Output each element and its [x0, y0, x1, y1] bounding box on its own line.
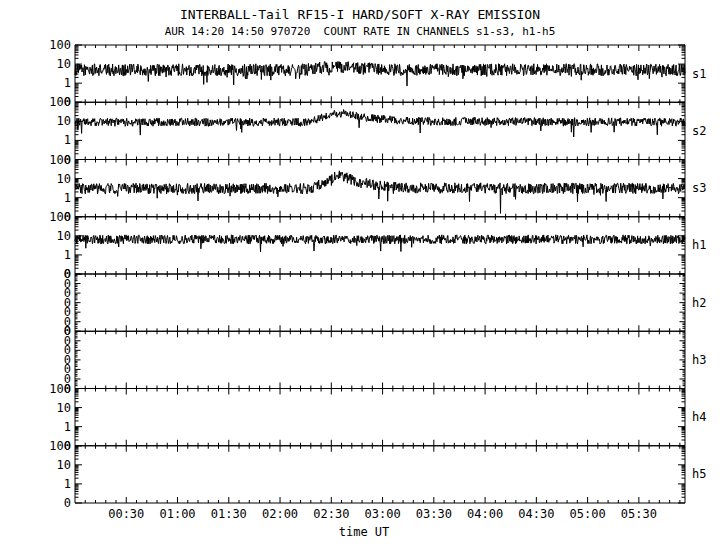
- y-tick-label: 100: [49, 382, 71, 396]
- plot-canvas: 1001010s11001010s21001010s31001010h10000…: [0, 0, 720, 550]
- y-tick-label: 100: [49, 210, 71, 224]
- x-tick-label: 02:00: [262, 507, 298, 521]
- channel-label-h4: h4: [692, 410, 706, 424]
- panel-border: [75, 102, 685, 159]
- y-tick-label: 100: [49, 95, 71, 109]
- chart-figure: INTERBALL-Tail RF15-I HARD/SOFT X-RAY EM…: [0, 0, 720, 550]
- y-tick-label: 1: [64, 248, 71, 262]
- panel-border: [75, 331, 685, 388]
- x-tick-label: 04:30: [518, 507, 554, 521]
- y-tick-label: 100: [49, 38, 71, 52]
- x-tick-label: 03:00: [365, 507, 401, 521]
- x-tick-label: 01:30: [211, 507, 247, 521]
- panel-border: [75, 274, 685, 331]
- data-trace-s2: [75, 110, 685, 138]
- x-axis-label: time UT: [339, 525, 390, 539]
- channel-label-s3: s3: [692, 181, 706, 195]
- panel-s2: 1001010s2: [49, 95, 706, 166]
- y-tick-label: 10: [57, 229, 71, 243]
- panel-h4: 1001010h4: [49, 382, 706, 453]
- y-tick-label: 10: [57, 401, 71, 415]
- channel-label-h1: h1: [692, 238, 706, 252]
- y-tick-label: 100: [49, 153, 71, 167]
- channel-label-s1: s1: [692, 67, 706, 81]
- x-tick-label: 05:00: [570, 507, 606, 521]
- x-tick-label: 02:30: [313, 507, 349, 521]
- y-tick-label: 10: [57, 172, 71, 186]
- panel-border: [75, 446, 685, 503]
- x-tick-label: 05:30: [621, 507, 657, 521]
- y-tick-label: 1: [64, 133, 71, 147]
- x-tick-label: 03:30: [416, 507, 452, 521]
- y-tick-label: 100: [49, 439, 71, 453]
- panel-h3: 0000000h3: [64, 324, 707, 395]
- x-axis-labels: 00:3001:0001:3002:0002:3003:0003:3004:00…: [108, 507, 657, 539]
- y-tick-label: 1: [64, 191, 71, 205]
- panel-border: [75, 389, 685, 446]
- data-trace-h1: [75, 235, 685, 252]
- panel-s1: 1001010s1: [49, 38, 706, 109]
- data-trace-s1: [75, 61, 685, 86]
- panel-s3: 1001010s3: [49, 153, 706, 224]
- y-tick-label: 0: [64, 496, 71, 510]
- y-tick-label: 1: [64, 76, 71, 90]
- x-tick-label: 04:00: [467, 507, 503, 521]
- channel-label-h2: h2: [692, 296, 706, 310]
- x-tick-label: 01:00: [159, 507, 195, 521]
- panel-h5: 1001010h5: [49, 439, 706, 510]
- channel-label-s2: s2: [692, 124, 706, 138]
- y-tick-label: 10: [57, 57, 71, 71]
- channel-label-h3: h3: [692, 353, 706, 367]
- y-tick-label: 1: [64, 420, 71, 434]
- channel-label-h5: h5: [692, 467, 706, 481]
- data-trace-s3: [75, 171, 685, 214]
- panel-h2: 0000000h2: [64, 267, 707, 338]
- x-tick-label: 00:30: [108, 507, 144, 521]
- panel-h1: 1001010h1: [49, 210, 706, 281]
- y-tick-label: 10: [57, 458, 71, 472]
- y-tick-label: 10: [57, 114, 71, 128]
- y-tick-label: 1: [64, 477, 71, 491]
